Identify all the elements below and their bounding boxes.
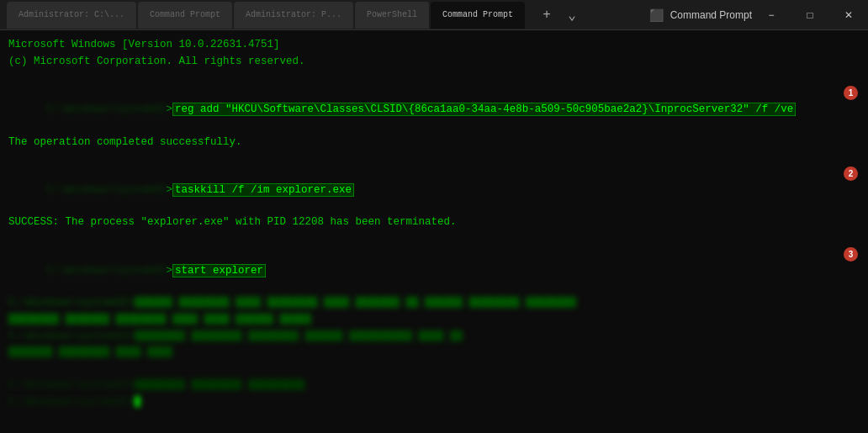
blurred-line-6: C:\Windows\system32> (8, 394, 860, 410)
cmd3-arrow: > (167, 265, 173, 277)
tab-4-label: Command Prompt (442, 10, 513, 19)
badge-1: 1 (844, 86, 858, 100)
blurred-text-6: C:\Windows\system32> (8, 394, 140, 410)
tab-4[interactable]: Command Prompt (431, 2, 525, 29)
cmd2-line: C:\Windows\system32>taskkill /f /im expl… (8, 166, 860, 214)
cmd2-arrow: > (167, 184, 173, 196)
cmd2-prefix: C:\Windows\system32 (46, 184, 167, 196)
tab-2-label: Administrator: P... (246, 10, 341, 19)
cmd-icon: ⬛ (649, 8, 664, 22)
window-controls: − □ ✕ (752, 0, 868, 30)
close-button[interactable]: ✕ (829, 0, 868, 30)
title-bar: Administrator: C:\... Command Prompt Adm… (0, 0, 868, 30)
output2-line: SUCCESS: The process "explorer.exe" with… (8, 214, 860, 230)
tab-group: Administrator: C:\... Command Prompt Adm… (7, 2, 525, 29)
maximize-button[interactable]: □ (791, 0, 829, 30)
blurred-line-1: C:\Windows\system32>██████ ████████ ████… (8, 295, 860, 311)
output2-text: SUCCESS: The process "explorer.exe" with… (8, 214, 457, 230)
tab-2[interactable]: Administrator: P... (234, 2, 353, 29)
tab-3-label: PowerShell (367, 10, 417, 19)
cmd1-content: C:\Windows\system32>reg add "HKCU\Softwa… (8, 86, 796, 133)
badge-2: 2 (844, 166, 858, 181)
blurred-text-1: C:\Windows\system32>██████ ████████ ████… (8, 295, 576, 311)
terminal-window[interactable]: Microsoft Windows [Version 10.0.22631.47… (0, 30, 868, 433)
tab-bar: Administrator: C:\... Command Prompt Adm… (7, 2, 649, 29)
cmd2-content: C:\Windows\system32>taskkill /f /im expl… (8, 166, 354, 214)
cmd1-text: reg add "HKCU\Software\Classes\CLSID\{86… (172, 103, 796, 116)
tab-1-label: Command Prompt (150, 10, 220, 19)
tab-0[interactable]: Administrator: C:\... (7, 2, 136, 29)
cmd3-prefix: C:\Windows\system32 (46, 265, 167, 277)
new-tab-button[interactable]: + (535, 3, 558, 27)
cmd1-line: C:\Windows\system32>reg add "HKCU\Softwa… (8, 86, 860, 133)
line-version: Microsoft Windows [Version 10.0.22631.47… (8, 37, 860, 53)
output1-text: The operation completed successfully. (8, 135, 242, 150)
line-copyright: (c) Microsoft Corporation. All rights re… (8, 54, 860, 70)
blurred-line-2: ████████ ███████ ████████ ████ ████ ████… (8, 312, 860, 328)
tab-dropdown-button[interactable]: ⌄ (560, 3, 584, 27)
tab-1[interactable]: Command Prompt (138, 2, 232, 29)
version-text: Microsoft Windows [Version 10.0.22631.47… (8, 37, 280, 53)
cmd3-content: C:\Windows\system32>start explorer (8, 247, 266, 294)
tab-0-label: Administrator: C:\... (19, 10, 124, 19)
cmd3-line: C:\Windows\system32>start explorer 3 (8, 247, 860, 294)
minimize-button[interactable]: − (752, 0, 791, 30)
cmd3-text: start explorer (172, 264, 266, 277)
blurred-text-5: C:\Windows\system32>████████ ████████ ██… (8, 378, 305, 393)
tab-3[interactable]: PowerShell (355, 2, 429, 29)
copyright-text: (c) Microsoft Corporation. All rights re… (8, 54, 305, 70)
blurred-text-2: ████████ ███████ ████████ ████ ████ ████… (8, 312, 311, 328)
cmd2-text: taskkill /f /im explorer.exe (172, 183, 354, 197)
tab-bar-extras: + ⌄ (528, 3, 590, 27)
blurred-line-5: C:\Windows\system32>████████ ████████ ██… (8, 378, 860, 393)
window-title-area: ⬛ Command Prompt (649, 8, 752, 22)
cmd1-arrow: > (167, 103, 173, 115)
badge-3: 3 (844, 247, 858, 261)
blurred-text-3: C:\Windows\system32>████████ ████████ ██… (8, 329, 463, 345)
blurred-line-3: C:\Windows\system32>████████ ████████ ██… (8, 329, 860, 345)
blurred-text-4: ███████ ████████ ████ ████ (8, 345, 172, 361)
window-title: Command Prompt (670, 9, 752, 21)
blurred-line-4: ███████ ████████ ████ ████ (8, 345, 860, 361)
cmd1-prefix: C:\Windows\system32 (46, 103, 167, 115)
output1-line: The operation completed successfully. (8, 135, 860, 150)
